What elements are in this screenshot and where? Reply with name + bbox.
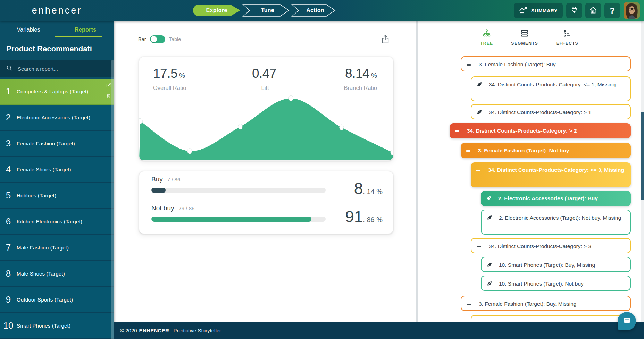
sidebar-tabs: Variables Reports bbox=[0, 21, 114, 38]
report-label: Male Shoes (Target) bbox=[17, 271, 74, 277]
tree-node-label: 34. Distinct Counts-Products-Category: >… bbox=[471, 239, 630, 250]
connections-button[interactable] bbox=[566, 3, 582, 18]
report-row[interactable]: 9Outdoor Sports (Target) bbox=[0, 287, 114, 313]
report-label: Female Fashion (Target) bbox=[17, 141, 84, 146]
leaf-icon bbox=[487, 215, 492, 222]
tree-node[interactable]: 3. Female Fashion (Target): Not buy bbox=[461, 143, 631, 158]
notbuy-percentage: 91. 86 % bbox=[345, 207, 383, 226]
lift-label: Lift bbox=[252, 85, 278, 91]
report-row[interactable]: 5Hobbies (Target) bbox=[0, 183, 114, 209]
footer-tagline: . Predictive Storyteller bbox=[170, 328, 221, 333]
panel-divider bbox=[416, 21, 418, 322]
tree-panel: TREE SEGMENTS EFFECTS 3. Female Fashion … bbox=[418, 21, 641, 322]
footer-brand: ENHENCER bbox=[139, 328, 169, 333]
tree-node[interactable]: 34. Distinct Counts-Products-Category: <… bbox=[471, 76, 631, 101]
stats-row: 17.5% Overall Ratio 0.47 Lift 8.14% Bran… bbox=[139, 57, 393, 91]
bar-table-switch[interactable] bbox=[150, 35, 165, 43]
delete-report-icon[interactable] bbox=[106, 93, 111, 100]
collapse-minus-icon bbox=[467, 301, 471, 305]
home-icon bbox=[589, 6, 597, 16]
summary-button[interactable]: SUMMARY bbox=[514, 3, 563, 18]
tree-node[interactable]: 10. Smart Phones (Target): Buy, Missing bbox=[481, 257, 631, 272]
active-tab-underline bbox=[55, 36, 102, 37]
search-input[interactable] bbox=[17, 66, 108, 72]
buy-progress-fill bbox=[151, 188, 166, 193]
search-icon bbox=[6, 65, 12, 73]
report-number: 5 bbox=[0, 190, 17, 201]
tree-node[interactable]: 34. Distinct Counts-Products-Category: >… bbox=[450, 123, 631, 138]
chat-widget-button[interactable] bbox=[618, 312, 636, 330]
tab-tree[interactable]: TREE bbox=[480, 29, 493, 46]
tree-node[interactable]: 34. Distinct Counts-Products-Category: >… bbox=[471, 104, 631, 119]
step-explore[interactable]: Explore bbox=[193, 4, 241, 17]
report-number: 9 bbox=[0, 294, 17, 305]
report-row[interactable]: 1Computers & Laptops (Target) bbox=[0, 79, 114, 105]
tab-segments[interactable]: SEGMENTS bbox=[511, 29, 538, 46]
outcome-card: Buy 7 / 86 8. 14 % Not buy 79 / 86 91. 8… bbox=[139, 171, 393, 234]
report-label: Outdoor Sports (Target) bbox=[17, 297, 82, 303]
overall-ratio-label: Overall Ratio bbox=[153, 85, 186, 91]
report-row[interactable]: 7Male Fashion (Target) bbox=[0, 235, 114, 261]
notbuy-progress-fill bbox=[151, 217, 311, 222]
step-explore-label: Explore bbox=[193, 4, 241, 17]
step-tune[interactable]: Tune bbox=[242, 4, 290, 17]
report-row[interactable]: 3Female Fashion (Target) bbox=[0, 131, 114, 157]
tab-variables[interactable]: Variables bbox=[0, 26, 57, 33]
tree-node[interactable]: 2. Electronic Accessories (Target): Not … bbox=[481, 210, 631, 235]
user-avatar[interactable] bbox=[624, 2, 640, 19]
avatar-photo bbox=[624, 2, 640, 19]
tab-segments-label: SEGMENTS bbox=[511, 41, 538, 46]
segments-icon bbox=[520, 29, 529, 39]
tree-node[interactable]: 3. Female Fashion (Target): Buy bbox=[461, 56, 631, 71]
collapse-minus-icon bbox=[467, 61, 471, 66]
tree-node-label: 3. Female Fashion (Target): Not buy bbox=[461, 143, 631, 154]
report-row[interactable]: 8Male Shoes (Target) bbox=[0, 261, 114, 287]
toggle-table-label[interactable]: Table bbox=[169, 36, 181, 42]
tree-node[interactable]: 34. Distinct Counts-Products-Category: >… bbox=[471, 238, 631, 253]
tree-panel-tabs: TREE SEGMENTS EFFECTS bbox=[418, 29, 641, 46]
export-button[interactable] bbox=[381, 34, 390, 45]
report-number: 8 bbox=[0, 268, 17, 279]
tab-tree-label: TREE bbox=[480, 41, 493, 46]
page-scrollbar[interactable] bbox=[641, 21, 644, 322]
notbuy-progress-bar bbox=[151, 217, 326, 222]
branch-ratio-label: Branch Ratio bbox=[344, 85, 377, 91]
tab-effects[interactable]: EFFECTS bbox=[556, 29, 578, 46]
step-action[interactable]: Action bbox=[291, 4, 336, 17]
report-row[interactable]: 10Smart Phones (Target) bbox=[0, 313, 114, 339]
tree-node[interactable]: 34. Distinct Counts-Products-Category: <… bbox=[471, 162, 631, 187]
report-search[interactable] bbox=[0, 60, 114, 77]
tree-node-label: 3. Female Fashion (Target): Buy, Missing bbox=[461, 296, 630, 307]
tree-node-label: 2. Electronic Accessories (Target): Buy bbox=[481, 191, 631, 202]
report-row[interactable]: 4Female Shoes (Target) bbox=[0, 157, 114, 183]
help-button[interactable]: ? bbox=[604, 3, 620, 18]
footer-copyright: © 2020 bbox=[120, 328, 137, 333]
report-row[interactable]: 6Kitchen Electronics (Target) bbox=[0, 209, 114, 235]
step-action-label: Action bbox=[291, 4, 336, 17]
leaf-icon bbox=[487, 281, 492, 288]
edit-report-icon[interactable] bbox=[106, 83, 111, 90]
scrollbar-thumb[interactable] bbox=[641, 112, 644, 200]
buy-progress-bar bbox=[151, 188, 326, 193]
report-label: Female Shoes (Target) bbox=[17, 167, 80, 172]
tree-node-label: 10. Smart Phones (Target): Not buy bbox=[482, 276, 630, 287]
tree-node[interactable]: 10. Smart Phones (Target): Not buy bbox=[481, 276, 631, 291]
report-label: Male Fashion (Target) bbox=[17, 245, 78, 251]
tree-node-label: 34. Distinct Counts-Products-Category: <… bbox=[471, 162, 631, 173]
tree-node[interactable] bbox=[471, 315, 631, 322]
overall-ratio-value: 17.5 bbox=[153, 66, 177, 80]
toggle-bar-label[interactable]: Bar bbox=[138, 36, 146, 42]
sidebar-scrollbar[interactable] bbox=[111, 60, 114, 339]
report-number: 10 bbox=[0, 320, 17, 331]
project-title: Product Recommendati bbox=[0, 38, 114, 53]
report-row[interactable]: 2Electronic Accessories (Target) bbox=[0, 105, 114, 131]
tree-node[interactable]: 2. Electronic Accessories (Target): Buy bbox=[481, 191, 631, 206]
buy-percentage: 8. 14 % bbox=[354, 179, 383, 198]
stat-branch-ratio: 8.14% Branch Ratio bbox=[344, 66, 377, 91]
tree-node[interactable]: 3. Female Fashion (Target): Buy, Missing bbox=[461, 296, 631, 311]
tab-reports[interactable]: Reports bbox=[57, 26, 114, 33]
home-button[interactable] bbox=[585, 3, 601, 18]
tab-effects-label: EFFECTS bbox=[556, 41, 578, 46]
collapse-minus-icon bbox=[476, 167, 480, 171]
trend-icon bbox=[519, 7, 528, 15]
